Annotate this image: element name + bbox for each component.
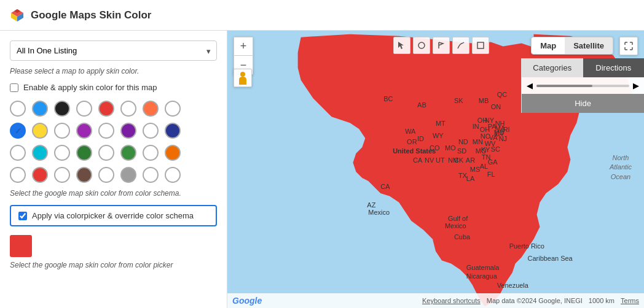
shape-tool-button[interactable] [472,37,489,54]
color-swatch-2-0[interactable] [10,145,26,161]
color-swatch-0-4[interactable] [98,101,114,117]
keyboard-shortcuts-link[interactable]: Keyboard shortcuts [422,297,481,304]
svg-point-64 [240,72,245,77]
map-footer: Google Keyboard shortcuts Map data ©2024… [227,293,644,308]
svg-text:CA: CA [413,156,423,164]
line-tool-button[interactable] [452,37,469,54]
svg-text:MB: MB [479,97,489,104]
color-swatch-2-4[interactable] [98,145,114,161]
map-dropdown[interactable]: All In One Listing [10,40,217,61]
svg-text:SK: SK [454,97,463,104]
color-swatch-2-3[interactable] [76,145,92,161]
color-swatch-3-4[interactable] [98,167,114,183]
color-swatch-0-7[interactable] [165,101,181,117]
svg-text:IN: IN [473,123,479,130]
color-swatch-2-6[interactable] [143,145,159,161]
svg-text:OR: OR [407,138,417,145]
color-swatch-2-2[interactable] [54,145,70,161]
scroll-track [536,85,629,87]
svg-text:SD: SD [457,147,466,155]
color-swatch-3-2[interactable] [54,167,70,183]
color-swatch-3-6[interactable] [143,167,159,183]
color-swatch-0-0[interactable] [10,101,26,117]
svg-text:CK: CK [454,156,464,164]
map-container: United States Mexico Cuba Guatemala Nica… [227,31,644,308]
colorpicker-override-box[interactable]: Apply via colorpicker & override color s… [10,205,217,226]
color-swatch-1-0[interactable]: ✓ [10,123,26,139]
svg-text:BC: BC [383,95,393,102]
tab-directions[interactable]: Directions [583,58,645,77]
svg-text:Puerto Rico: Puerto Rico [509,242,544,250]
svg-text:SC: SC [491,145,500,153]
person-icon [237,71,248,85]
color-grid-row2 [10,145,217,161]
map-type-satellite-button[interactable]: Satellite [565,37,613,54]
color-swatch-1-3[interactable] [76,123,92,139]
colorpicker-checkbox[interactable] [18,212,27,220]
svg-text:WY: WY [433,132,444,139]
color-swatch-1-2[interactable] [54,123,70,139]
color-swatch-2-5[interactable] [120,145,136,161]
svg-text:ID: ID [417,135,424,142]
color-swatch-0-5[interactable] [120,101,136,117]
color-swatch-1-6[interactable] [143,123,159,139]
map-select-hint: Please select a map to apply skin color. [10,67,217,75]
color-swatch-1-5[interactable] [120,123,136,139]
colorpicker-label: Apply via colorpicker & override color s… [32,211,194,220]
circle-icon [417,41,426,50]
terms-link[interactable]: Terms [621,297,639,304]
cursor-icon [397,40,407,50]
circle-tool-button[interactable] [413,37,430,54]
color-swatch-3-1[interactable] [32,167,48,183]
flag-icon [437,41,446,50]
svg-text:QC: QC [497,91,508,98]
svg-text:TX: TX [458,172,468,179]
svg-text:AR: AR [466,156,475,164]
map-type-map-button[interactable]: Map [532,37,565,54]
distance-scale: 1000 km [589,297,615,304]
color-swatch-3-0[interactable] [10,167,26,183]
svg-text:UT: UT [436,156,445,164]
color-swatch-0-6[interactable] [143,101,159,117]
tab-categories[interactable]: Categories [522,58,583,77]
color-swatch-3-7[interactable] [165,167,181,183]
street-view-button[interactable] [234,69,252,87]
fullscreen-button[interactable] [619,37,638,55]
color-picker-hint: Select the google map skin color from co… [10,261,217,269]
color-swatch-3-3[interactable] [76,167,92,183]
app-header: Google Maps Skin Color [0,0,644,31]
color-swatch-2-7[interactable] [165,145,181,161]
svg-text:MO: MO [445,144,456,152]
svg-text:Cuba: Cuba [454,233,471,241]
zoom-in-button[interactable]: + [234,37,253,56]
scroll-right-icon[interactable]: ▶ [633,81,639,90]
color-swatch-0-2[interactable] [54,101,70,117]
color-swatch-1-4[interactable] [98,123,114,139]
svg-text:NV: NV [425,156,434,164]
map-type-toggle: Map Satellite [531,37,613,55]
map-toolbar [393,37,489,54]
shape-icon [476,41,485,50]
map-dropdown-wrapper: All In One Listing ▾ [10,40,217,61]
color-swatch-0-1[interactable] [32,101,48,117]
svg-text:Mexico: Mexico [368,209,390,216]
google-logo: Google [232,296,262,306]
flag-tool-button[interactable] [433,37,450,54]
svg-text:AZ: AZ [367,201,375,209]
color-grid-row1: ✓ [10,123,217,139]
main-content: All In One Listing ▾ Please select a map… [0,31,644,308]
color-swatch-1-1[interactable] [32,123,48,139]
color-swatch-3-5[interactable] [120,167,136,183]
svg-text:LA: LA [466,175,475,182]
scroll-left-icon[interactable]: ◀ [527,81,533,90]
color-swatch-2-1[interactable] [32,145,48,161]
sidebar-panel: All In One Listing ▾ Please select a map… [0,31,227,308]
enable-checkbox[interactable] [10,83,18,92]
svg-text:WA: WA [405,128,416,135]
color-swatch-0-3[interactable] [76,101,92,117]
cursor-tool-button[interactable] [393,37,410,54]
selected-color-swatch[interactable] [10,235,32,257]
color-swatch-1-7[interactable] [165,123,181,139]
hide-panel-button[interactable]: Hide [522,94,644,113]
svg-text:Mexico: Mexico [445,222,466,229]
